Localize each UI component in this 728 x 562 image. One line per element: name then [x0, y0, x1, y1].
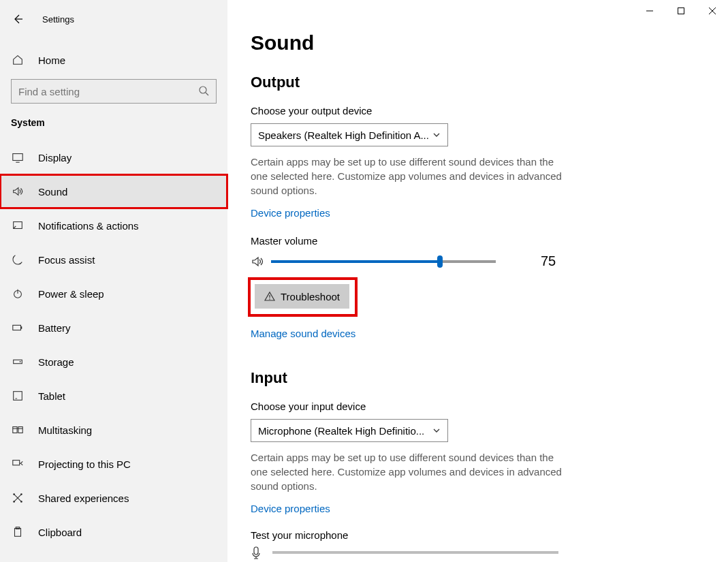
sidebar-item-tablet[interactable]: Tablet: [0, 379, 227, 413]
svg-point-13: [13, 493, 15, 495]
svg-point-20: [269, 298, 270, 300]
svg-rect-4: [13, 325, 21, 330]
svg-rect-10: [13, 427, 17, 433]
focus-icon: [11, 253, 25, 266]
sidebar-item-label: Tablet: [38, 390, 65, 402]
back-arrow-icon: [12, 14, 23, 25]
sidebar-item-shared[interactable]: Shared experiences: [0, 481, 227, 515]
troubleshoot-highlight: Troubleshoot: [248, 277, 358, 317]
svg-point-14: [20, 493, 22, 495]
home-nav[interactable]: Home: [0, 45, 227, 75]
sidebar-item-label: Notifications & actions: [38, 220, 139, 232]
display-icon: [11, 151, 25, 164]
search-input[interactable]: [18, 86, 209, 97]
sidebar-item-display[interactable]: Display: [0, 140, 227, 174]
svg-rect-8: [14, 392, 22, 401]
svg-rect-1: [13, 154, 22, 161]
sidebar-item-projecting[interactable]: Projecting to this PC: [0, 447, 227, 481]
sidebar-item-label: Clipboard: [38, 527, 82, 538]
sidebar-item-label: Sound: [38, 186, 67, 198]
shared-icon: [11, 491, 25, 505]
input-device-label: Choose your input device: [251, 401, 708, 412]
sidebar-item-focus[interactable]: Focus assist: [0, 243, 227, 277]
main-content: Sound Output Choose your output device S…: [227, 0, 728, 562]
sidebar-item-label: Storage: [38, 356, 74, 368]
sidebar-item-storage[interactable]: Storage: [0, 345, 227, 379]
maximize-icon: [677, 7, 685, 15]
sidebar-item-battery[interactable]: Battery: [0, 311, 227, 345]
master-volume-value: 75: [541, 253, 556, 269]
sidebar-item-notifications[interactable]: Notifications & actions: [0, 208, 227, 243]
sidebar-item-label: Battery: [38, 322, 71, 334]
page-title: Sound: [251, 31, 708, 54]
close-button[interactable]: [697, 0, 728, 22]
storage-icon: [11, 355, 25, 369]
output-device-label: Choose your output device: [251, 105, 708, 116]
svg-point-7: [20, 361, 21, 362]
svg-point-15: [13, 501, 15, 503]
microphone-icon: [251, 546, 263, 559]
output-device-value: Speakers (Realtek High Definition A...: [258, 129, 429, 141]
troubleshoot-button[interactable]: Troubleshoot: [255, 284, 349, 309]
input-device-value: Microphone (Realtek High Definitio...: [258, 425, 424, 437]
svg-rect-5: [21, 326, 22, 329]
manage-sound-link[interactable]: Manage sound devices: [251, 328, 708, 339]
sidebar-item-label: Multitasking: [38, 424, 92, 436]
home-label: Home: [38, 54, 65, 66]
sound-icon: [11, 185, 25, 198]
sidebar-list: Display Sound Notifications & actions Fo…: [0, 140, 227, 549]
sidebar-item-multitasking[interactable]: Multitasking: [0, 413, 227, 447]
close-icon: [708, 7, 716, 15]
svg-point-16: [20, 501, 22, 503]
window-title: Settings: [42, 14, 74, 25]
sidebar-item-label: Display: [38, 152, 72, 163]
sidebar-item-power[interactable]: Power & sleep: [0, 277, 227, 311]
svg-rect-9: [15, 399, 17, 399]
sidebar-item-sound[interactable]: Sound: [0, 174, 227, 208]
home-icon: [11, 53, 25, 67]
svg-rect-19: [678, 8, 684, 14]
multitasking-icon: [11, 423, 25, 437]
sidebar-item-label: Power & sleep: [38, 288, 104, 300]
chevron-down-icon: [432, 131, 441, 139]
battery-icon: [11, 321, 25, 334]
test-mic-label: Test your microphone: [251, 529, 708, 541]
notifications-icon: [11, 219, 25, 232]
svg-rect-12: [13, 460, 20, 465]
maximize-button[interactable]: [665, 0, 697, 22]
master-volume-label: Master volume: [251, 235, 708, 247]
output-heading: Output: [251, 74, 708, 91]
chevron-down-icon: [432, 426, 441, 435]
search-icon: [198, 85, 209, 96]
mic-level-bar: [272, 551, 558, 554]
sidebar: Settings Home System Display Sound: [0, 0, 227, 562]
input-device-select[interactable]: Microphone (Realtek High Definitio...: [251, 419, 448, 442]
minimize-icon: [646, 7, 654, 15]
troubleshoot-label: Troubleshoot: [281, 291, 340, 302]
input-help-text: Certain apps may be set up to use differ…: [251, 450, 571, 493]
tablet-icon: [11, 389, 25, 403]
volume-icon: [251, 255, 264, 268]
master-volume-slider[interactable]: [271, 260, 496, 263]
search-box[interactable]: [11, 79, 217, 104]
clipboard-icon: [11, 525, 25, 539]
svg-point-0: [200, 87, 206, 93]
warning-icon: [264, 291, 275, 302]
output-help-text: Certain apps may be set up to use differ…: [251, 155, 571, 198]
svg-rect-11: [18, 427, 22, 433]
sidebar-item-label: Focus assist: [38, 254, 95, 266]
svg-rect-21: [254, 547, 258, 555]
svg-rect-17: [15, 529, 21, 537]
sidebar-item-label: Projecting to this PC: [38, 458, 131, 470]
minimize-button[interactable]: [634, 0, 665, 22]
input-heading: Input: [251, 369, 708, 387]
power-icon: [11, 287, 25, 300]
projecting-icon: [11, 457, 25, 471]
output-device-select[interactable]: Speakers (Realtek High Definition A...: [251, 123, 448, 146]
sidebar-item-label: Shared experiences: [38, 493, 129, 504]
sidebar-section: System: [0, 104, 227, 128]
input-device-properties-link[interactable]: Device properties: [251, 503, 708, 514]
back-button[interactable]: [10, 11, 26, 27]
output-device-properties-link[interactable]: Device properties: [251, 207, 708, 219]
sidebar-item-clipboard[interactable]: Clipboard: [0, 515, 227, 549]
